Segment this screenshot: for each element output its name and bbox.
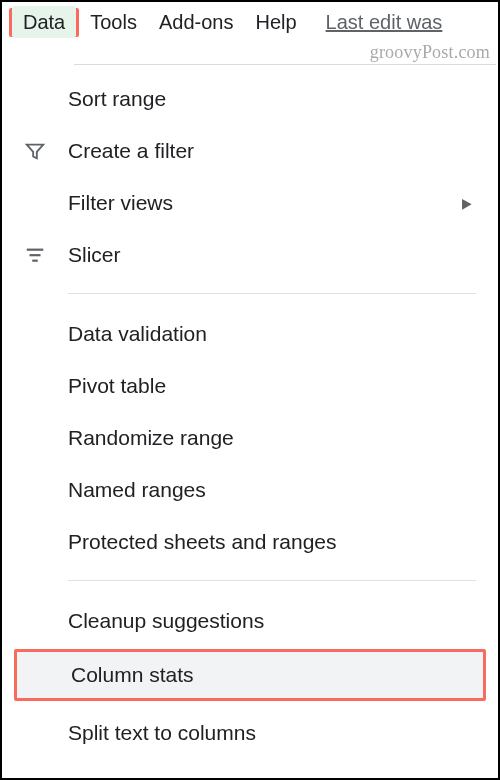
submenu-arrow-icon: ▶ xyxy=(462,195,472,211)
menu-item-create-filter[interactable]: Create a filter xyxy=(4,125,496,177)
menu-tools[interactable]: Tools xyxy=(79,6,148,39)
menu-label: Randomize range xyxy=(68,426,472,450)
menu-label: Filter views xyxy=(68,191,461,215)
data-dropdown-menu: Sort range Create a filter Filter views … xyxy=(4,64,496,776)
menu-data[interactable]: Data xyxy=(12,6,76,38)
menu-label: Protected sheets and ranges xyxy=(68,530,472,554)
menu-label: Data validation xyxy=(68,322,472,346)
menu-label: Create a filter xyxy=(68,139,472,163)
menu-label: Named ranges xyxy=(68,478,472,502)
watermark-text: groovyPost.com xyxy=(370,42,490,63)
menu-label: Cleanup suggestions xyxy=(68,609,472,633)
menu-item-data-validation[interactable]: Data validation xyxy=(4,308,496,360)
svg-rect-2 xyxy=(32,260,38,262)
menu-item-split-text[interactable]: Split text to columns xyxy=(4,707,496,759)
highlight-data-menu: Data xyxy=(9,8,79,37)
last-edit-link[interactable]: Last edit was xyxy=(326,11,443,34)
menubar: Data Tools Add-ons Help Last edit was xyxy=(2,2,498,42)
menu-item-sort-range[interactable]: Sort range xyxy=(4,73,496,125)
menu-item-cleanup-suggestions[interactable]: Cleanup suggestions xyxy=(4,595,496,647)
app-window: Data Tools Add-ons Help Last edit was gr… xyxy=(0,0,500,780)
menu-help[interactable]: Help xyxy=(244,6,307,39)
menu-separator xyxy=(68,293,476,294)
menu-item-randomize-range[interactable]: Randomize range xyxy=(4,412,496,464)
menu-item-column-stats[interactable]: Column stats xyxy=(17,652,483,698)
menu-item-protected-sheets[interactable]: Protected sheets and ranges xyxy=(4,516,496,568)
menu-item-pivot-table[interactable]: Pivot table xyxy=(4,360,496,412)
menu-item-named-ranges[interactable]: Named ranges xyxy=(4,464,496,516)
menu-divider xyxy=(74,64,496,65)
menu-label: Slicer xyxy=(68,243,472,267)
menu-separator xyxy=(68,580,476,581)
menu-label: Column stats xyxy=(71,663,459,687)
svg-rect-0 xyxy=(27,249,44,251)
filter-icon xyxy=(24,140,68,162)
slicer-icon xyxy=(24,244,68,266)
menu-label: Split text to columns xyxy=(68,721,472,745)
menu-item-slicer[interactable]: Slicer xyxy=(4,229,496,281)
highlight-column-stats: Column stats xyxy=(14,649,486,701)
menu-label: Sort range xyxy=(68,87,472,111)
menu-addons[interactable]: Add-ons xyxy=(148,6,245,39)
svg-rect-1 xyxy=(30,254,41,256)
menu-item-filter-views[interactable]: Filter views ▶ xyxy=(4,177,496,229)
menu-label: Pivot table xyxy=(68,374,472,398)
